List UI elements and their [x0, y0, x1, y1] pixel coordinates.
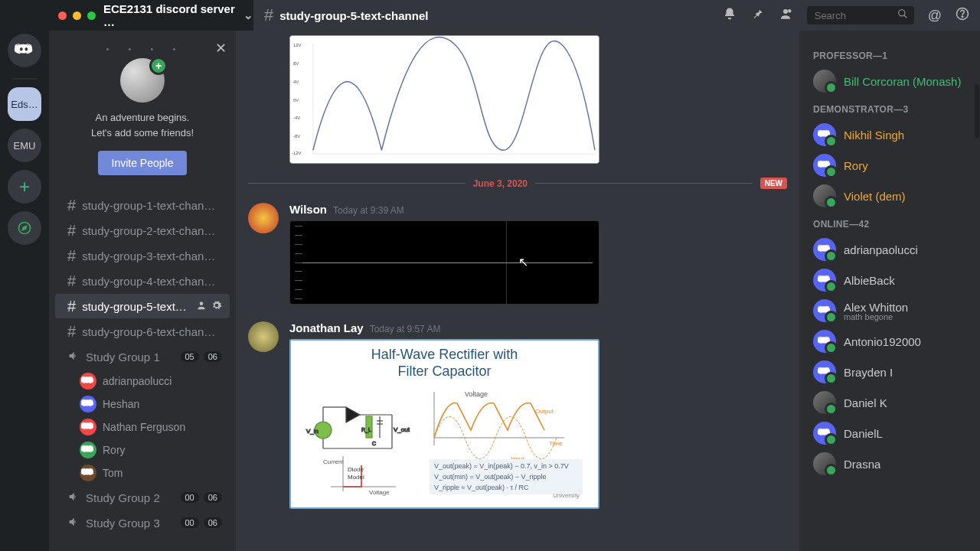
invite-line2: Let's add some friends! — [60, 126, 225, 141]
hash-icon: # — [264, 5, 273, 25]
voice-channel[interactable]: Study Group 30006 — [55, 510, 230, 535]
role-heading: Online—42 — [813, 219, 966, 230]
svg-point-2 — [898, 10, 904, 16]
close-icon[interactable]: ✕ — [215, 40, 227, 57]
channel-5[interactable]: #study-group-5-text… — [55, 294, 230, 318]
svg-text:8V: 8V — [293, 61, 299, 66]
voice-user[interactable]: Tom — [49, 461, 236, 484]
home-button[interactable] — [8, 34, 41, 67]
member-item[interactable]: Brayden I — [807, 357, 972, 387]
member-item[interactable]: Alex Whittonmath begone — [807, 295, 972, 326]
member-name: Nikhil Singh — [844, 129, 904, 142]
member-name: Antonio192000 — [844, 335, 921, 348]
voice-user[interactable]: adrianpaolucci — [49, 370, 236, 393]
invite-avatar — [120, 58, 165, 103]
svg-rect-6 — [290, 36, 599, 164]
message-timestamp: Today at 9:57 AM — [370, 324, 441, 334]
avatar — [813, 360, 836, 383]
hash-icon: # — [67, 222, 76, 240]
server-dropdown[interactable]: ECE2131 discord server … ⌄ — [103, 2, 253, 28]
channel-name: study-group-5-text-channel — [279, 9, 428, 22]
svg-text:Voltage: Voltage — [369, 489, 390, 496]
svg-text:Voltage: Voltage — [465, 390, 488, 398]
message-author[interactable]: Wilson — [289, 203, 327, 216]
svg-text:-8V: -8V — [293, 134, 300, 139]
avatar — [813, 452, 836, 475]
channel-4[interactable]: #study-group-4-text-chan… — [55, 269, 230, 293]
svg-text:University: University — [553, 492, 580, 499]
hash-icon: # — [67, 272, 76, 290]
member-item[interactable]: Rory — [807, 150, 972, 181]
svg-text:-4V: -4V — [293, 116, 300, 120]
svg-text:V_ripple ≈ V_out(peak) · τ / R: V_ripple ≈ V_out(peak) · τ / RC — [434, 484, 529, 491]
window-controls[interactable] — [58, 11, 96, 20]
help-icon[interactable] — [956, 7, 969, 24]
voice-label: Study Group 1 — [86, 350, 160, 364]
member-item[interactable]: Bill Corcoran (Monash) — [807, 66, 972, 96]
member-item[interactable]: Drasna — [807, 448, 972, 479]
attachment-scope[interactable]: ↖ — [289, 220, 599, 305]
voice-channel[interactable]: Study Group 20006 — [55, 485, 230, 510]
member-name: Drasna — [844, 458, 880, 471]
message-author[interactable]: Jonathan Lay — [289, 321, 364, 334]
channel-3[interactable]: #study-group-3-text-chan… — [55, 243, 230, 268]
svg-text:Time: Time — [549, 440, 563, 447]
message-jonathan: Jonathan Lay Today at 9:57 AM Half-Wave … — [236, 318, 799, 512]
member-name: Rory — [844, 159, 868, 172]
date-divider: June 3, 2020 NEW — [248, 178, 787, 189]
svg-marker-1 — [23, 227, 27, 230]
member-item[interactable]: DanielL — [807, 418, 972, 448]
avatar — [813, 154, 836, 177]
server-emu[interactable]: EMU — [8, 129, 41, 162]
member-name: Daniel K — [844, 396, 887, 409]
scrollbar[interactable] — [975, 84, 979, 138]
member-item[interactable]: Antonio192000 — [807, 326, 972, 357]
voice-user[interactable]: Nathan Ferguson — [49, 416, 236, 439]
members-toggle-icon[interactable] — [778, 7, 793, 24]
voice-user[interactable]: Heshan — [49, 393, 236, 416]
hash-icon: # — [67, 197, 76, 214]
channel-6[interactable]: #study-group-6-text-chan… — [55, 319, 230, 344]
server-eds[interactable]: Eds… — [8, 87, 41, 121]
attachment-slide[interactable]: Half-Wave Rectifier withFilter Capacitor… — [289, 339, 599, 509]
pinned-icon[interactable] — [750, 7, 764, 24]
member-item[interactable]: Daniel K — [807, 387, 972, 418]
member-item[interactable]: AlbieBack — [807, 265, 972, 295]
svg-text:C: C — [372, 441, 376, 446]
voice-user[interactable]: Rory — [49, 439, 236, 461]
chat-area: 12V8V4V 0V-4V-8V-12V June 3, 2020 NEW Wi… — [236, 31, 799, 551]
search-box[interactable] — [807, 6, 914, 24]
search-input[interactable] — [813, 9, 890, 22]
avatar[interactable] — [248, 321, 279, 352]
svg-text:-12V: -12V — [292, 151, 302, 155]
member-name: AlbieBack — [844, 274, 895, 287]
voice-channel[interactable]: Study Group 10506 — [55, 344, 230, 369]
gear-icon[interactable] — [211, 300, 222, 313]
avatar[interactable] — [248, 203, 279, 233]
svg-text:Output: Output — [535, 408, 554, 415]
add-server-button[interactable]: + — [8, 170, 41, 204]
titlebar: ECE2131 discord server … ⌄ # study-group… — [49, 0, 980, 31]
explore-button[interactable] — [8, 211, 41, 245]
avatar — [813, 123, 836, 146]
voice-label: Study Group 2 — [86, 491, 160, 504]
invite-button[interactable]: Invite People — [98, 151, 188, 175]
channel-label: study-group-1-text-chan… — [82, 199, 215, 212]
channel-header: # study-group-5-text-channel @ — [253, 0, 980, 31]
member-name: Brayden I — [844, 366, 893, 379]
mentions-icon[interactable]: @ — [928, 8, 942, 24]
create-invite-icon[interactable] — [196, 300, 207, 313]
member-item[interactable]: Nikhil Singh — [807, 119, 972, 150]
speaker-icon — [67, 491, 80, 505]
member-name: adrianpaolucci — [844, 243, 918, 256]
channel-2[interactable]: #study-group-2-text-chan… — [55, 218, 230, 243]
channel-1[interactable]: #study-group-1-text-chan… — [55, 193, 230, 217]
member-item[interactable]: adrianpaolucci — [807, 234, 972, 265]
role-heading: Professor—1 — [813, 51, 966, 61]
svg-text:4V: 4V — [293, 80, 299, 84]
avatar — [813, 184, 836, 207]
member-item[interactable]: Violet (dem) — [807, 181, 972, 211]
attachment-plot[interactable]: 12V8V4V 0V-4V-8V-12V — [289, 35, 599, 164]
server-rail: Eds… EMU + — [0, 0, 49, 551]
notifications-icon[interactable] — [723, 7, 737, 24]
